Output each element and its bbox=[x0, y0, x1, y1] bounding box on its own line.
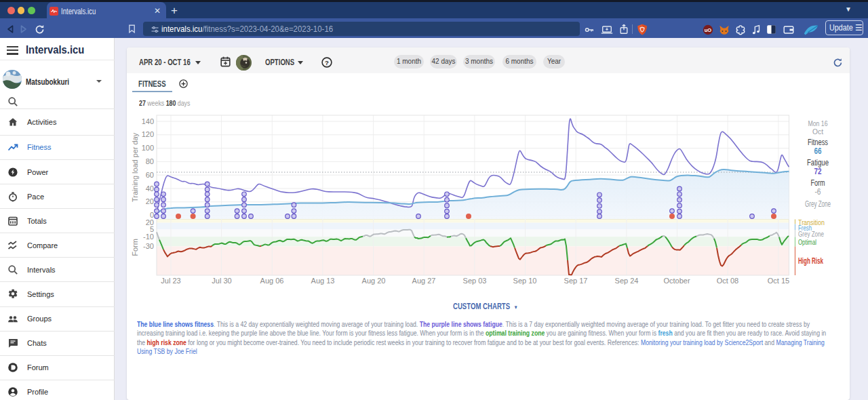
svg-text:Fitness: Fitness bbox=[808, 138, 828, 147]
svg-text:Training load per day: Training load per day bbox=[131, 133, 139, 202]
svg-text:Grey Zone: Grey Zone bbox=[798, 230, 824, 238]
svg-text:Sep 24: Sep 24 bbox=[615, 277, 639, 285]
svg-text:Aug 06: Aug 06 bbox=[260, 277, 284, 285]
svg-text:Aug 20: Aug 20 bbox=[362, 277, 386, 285]
svg-text:-10: -10 bbox=[143, 233, 154, 241]
svg-text:Jul 23: Jul 23 bbox=[161, 277, 180, 285]
svg-text:Form: Form bbox=[131, 239, 139, 256]
svg-text:Grey Zone: Grey Zone bbox=[805, 199, 831, 209]
svg-text:October: October bbox=[663, 277, 690, 285]
svg-text:60: 60 bbox=[146, 171, 154, 179]
svg-text:High Risk: High Risk bbox=[798, 256, 823, 266]
svg-text:20: 20 bbox=[146, 197, 154, 205]
svg-text:Sep 17: Sep 17 bbox=[564, 277, 588, 285]
svg-text:Oct 15: Oct 15 bbox=[768, 277, 789, 285]
svg-text:Mon 16: Mon 16 bbox=[808, 119, 828, 127]
svg-text:Sep 10: Sep 10 bbox=[513, 277, 537, 285]
svg-text:72: 72 bbox=[814, 167, 822, 176]
svg-text:Jul 30: Jul 30 bbox=[212, 277, 231, 285]
svg-text:Optimal: Optimal bbox=[798, 238, 816, 246]
svg-text:-6: -6 bbox=[815, 187, 821, 197]
svg-text:Aug 13: Aug 13 bbox=[311, 277, 335, 285]
svg-text:Aug 27: Aug 27 bbox=[412, 277, 436, 285]
svg-text:140: 140 bbox=[142, 117, 154, 125]
svg-text:120: 120 bbox=[142, 130, 154, 138]
svg-text:-30: -30 bbox=[143, 242, 154, 250]
svg-text:66: 66 bbox=[814, 146, 822, 156]
svg-text:Oct 08: Oct 08 bbox=[717, 277, 738, 285]
svg-text:Form: Form bbox=[811, 178, 825, 188]
svg-text:Oct: Oct bbox=[812, 127, 824, 136]
svg-text:Fatigue: Fatigue bbox=[807, 158, 829, 167]
svg-text:80: 80 bbox=[146, 157, 154, 165]
svg-text:Sep 03: Sep 03 bbox=[463, 277, 487, 285]
svg-text:40: 40 bbox=[146, 184, 154, 193]
svg-text:100: 100 bbox=[142, 144, 154, 152]
